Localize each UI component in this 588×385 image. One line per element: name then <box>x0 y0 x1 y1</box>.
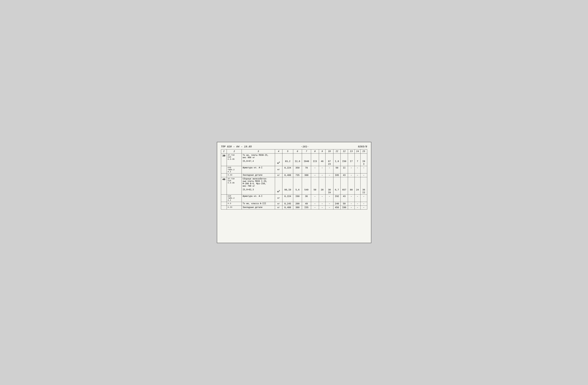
header: ТПР 820 – 04 – 19.85 -161- 9203/8 <box>221 145 367 148</box>
table-row: 3937-719 CCП п.5-35То же, плиты ПОЗ0-I5,… <box>221 154 367 160</box>
row-desc: Сборные железобетон- ные плиты ПКОЗ I-IO… <box>242 177 275 188</box>
col-header-9: 9 <box>319 149 326 154</box>
page: ТПР 820 – 04 – 19.85 -161- 9203/8 I 2 3 … <box>217 142 371 243</box>
col-header-5: 5 <box>282 149 293 154</box>
col-header-12: I2 <box>340 149 348 154</box>
col-header-4: 4 <box>275 149 282 154</box>
col-header-3: 3 <box>242 149 275 154</box>
table-row: 4037-719 CCП п.5-35Сборные железобетон- … <box>221 177 367 188</box>
col-header-7: 7 <box>302 149 311 154</box>
header-center: -161- <box>301 145 309 148</box>
row-formula: I5,8+82,3 <box>242 188 275 195</box>
table-data-row: I5,8+82,3м398,I05,6549502030I06,76578024… <box>221 188 367 195</box>
header-page: 9203/8 <box>358 145 367 148</box>
main-table: I 2 3 4 5 6 7 8 9 IO II I2 I3 I4 I5 3937… <box>221 149 367 209</box>
table-sub-row: п.3То же, класса А-IIIкг0,24520049–––240… <box>221 202 367 206</box>
col-header-13: I3 <box>348 149 355 154</box>
row-unit: м3 <box>275 160 282 166</box>
table-data-row: I5,8+67,4м383,2I2,6I048II3466723I,8I50I7… <box>221 160 367 166</box>
row-number: 40 <box>221 177 227 195</box>
col-header-11: II <box>333 149 341 154</box>
row-unit: м3 <box>275 188 282 195</box>
col-header-15: I5 <box>360 149 367 154</box>
table-sub-row: п.I3Закладные деталикг0,408380I55–––456I… <box>221 206 367 209</box>
col-header-6: 6 <box>293 149 302 154</box>
table-sub-row: ССП табл.2 п.IАрматура кл. А-Iкг0,224I60… <box>221 195 367 202</box>
row-number: 39 <box>221 154 227 166</box>
col-header-2: 2 <box>227 149 242 154</box>
row-formula: I5,8+67,4 <box>242 160 275 166</box>
header-title: ТПР 820 – 04 – 19.85 <box>221 145 252 148</box>
table-sub-row: ССП табл.2 п.IАрматура кл. А-Iкг0,224350… <box>221 166 367 173</box>
row-desc: То же, плиты ПОЗ0-I5, вес 900 кг <box>242 154 275 160</box>
col-header-10: IO <box>326 149 333 154</box>
col-header-8: 8 <box>311 149 319 154</box>
row-ref: 37-719 CCП п.5-35 <box>227 154 242 166</box>
col-header-14: I4 <box>355 149 360 154</box>
table-sub-row: п.I3Закладные деталикг0,408735300–––I054… <box>221 173 367 177</box>
column-header-row: I 2 3 4 5 6 7 8 9 IO II I2 I3 I4 I5 <box>221 149 367 154</box>
row-ref: 37-719 CCП п.5-35 <box>227 177 242 195</box>
col-header-1: I <box>221 149 227 154</box>
